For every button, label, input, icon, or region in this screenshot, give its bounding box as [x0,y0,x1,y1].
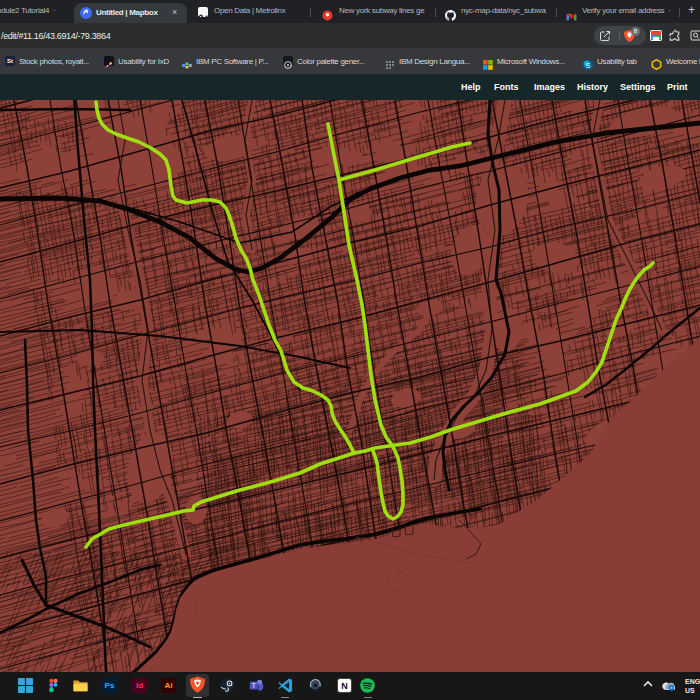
svg-text:T: T [252,682,256,689]
svg-text:S: S [586,62,591,69]
